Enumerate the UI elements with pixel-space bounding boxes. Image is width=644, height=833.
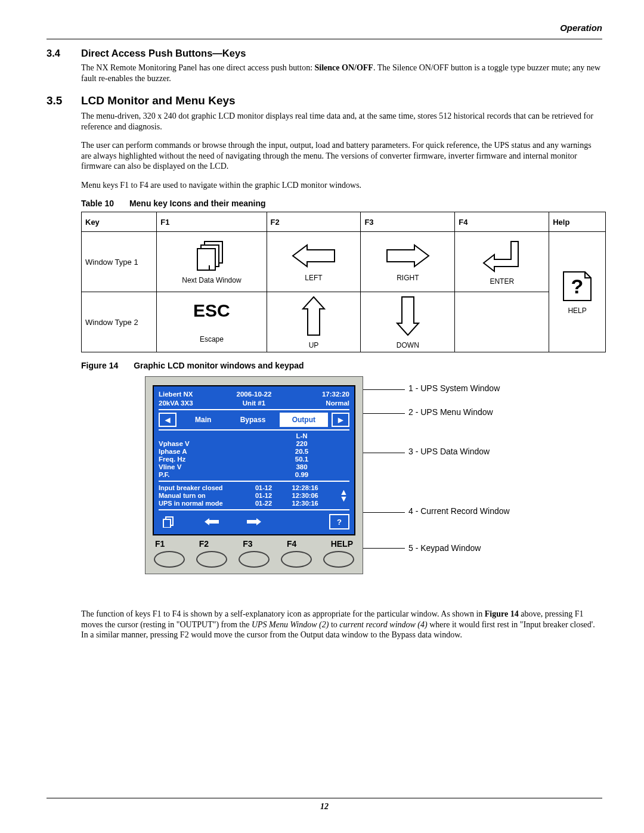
kp-arrow-right-icon[interactable] (244, 514, 264, 529)
data-key: P.F. (159, 471, 254, 478)
callout-2: 2 - UPS Menu Window (408, 407, 493, 417)
data-val: 220 (254, 440, 349, 447)
th-f2: F2 (267, 212, 361, 232)
kp-spacer (287, 514, 307, 529)
fn-key-labels: F1 F2 F3 F4 HELP (155, 539, 353, 549)
fn-f3: F3 (243, 539, 252, 549)
th-f4: F4 (455, 212, 549, 232)
cell-next-window: Next Data Window (157, 232, 267, 292)
callout-1: 1 - UPS System Window (408, 383, 500, 394)
data-val: 20.5 (254, 448, 349, 455)
text: The function of keys F1 to F4 is shown b… (81, 609, 485, 618)
section-3-4-title: Direct Access Push Buttons—Keys (81, 48, 246, 59)
ital-record-window: current record window (4) (339, 620, 427, 629)
fn-help: HELP (331, 539, 353, 549)
table-10-caption: Table 10 Menu key Icons and their meanin… (81, 199, 602, 208)
arrow-down-icon (394, 295, 422, 337)
table-header-row: Key F1 F2 F3 F4 Help (82, 212, 606, 232)
kp-arrow-left-icon[interactable] (202, 514, 222, 529)
ups-system-window: Liebert NX 2006-10-22 17:32:20 20kVA 3X3… (159, 390, 349, 407)
ups-data-window: L-N Vphase V220 Iphase A20.5 Freq. Hz50.… (159, 432, 349, 478)
lcd-screen: Liebert NX 2006-10-22 17:32:20 20kVA 3X3… (153, 385, 355, 535)
figure-callouts: 1 - UPS System Window 2 - UPS Menu Windo… (381, 376, 518, 603)
key-f3[interactable] (239, 551, 270, 568)
th-f1: F1 (157, 212, 267, 232)
cell-down: DOWN (361, 292, 455, 352)
tab-bypass[interactable]: Bypass (230, 414, 275, 426)
kp-next-window-icon[interactable] (159, 514, 179, 529)
rec-text: Manual turn on (159, 492, 255, 499)
model-text: 20kVA 3X3 (159, 399, 222, 407)
section-3-4-num: 3.4 (47, 48, 81, 59)
arrow-right-icon (385, 241, 431, 270)
label-enter: ENTER (459, 277, 545, 286)
cell-esc: ESC Escape (157, 292, 267, 352)
tab-output[interactable]: Output (280, 413, 328, 427)
keypad-window: ? (159, 514, 349, 529)
figure-14-num: Figure 14 (81, 361, 118, 370)
th-f3: F3 (361, 212, 455, 232)
section-3-5-p2: The user can perform commands or browse … (81, 140, 602, 172)
cell-empty (455, 292, 549, 352)
svg-text:?: ? (571, 275, 584, 298)
section-3-5-num: 3.5 (47, 94, 81, 107)
rec-date: 01-12 (255, 492, 292, 499)
key-f2[interactable] (196, 551, 227, 568)
tab-main[interactable]: Main (180, 414, 226, 426)
section-3-5-p3: Menu keys F1 to F4 are used to navigate … (81, 180, 602, 191)
row1-label: Window Type 1 (82, 232, 157, 292)
fn-f4: F4 (287, 539, 296, 549)
section-3-5-title: LCD Monitor and Menu Keys (81, 94, 236, 107)
menu-right-icon[interactable]: ▶ (332, 413, 349, 427)
cell-right: RIGHT (361, 232, 455, 292)
cell-enter: ENTER (455, 232, 549, 292)
date-text: 2006-10-22 (222, 390, 286, 398)
label-help: HELP (553, 306, 602, 315)
key-f4[interactable] (281, 551, 312, 568)
ital-menu-window: UPS Menu Window (2) (252, 620, 329, 629)
rule-top (47, 39, 602, 39)
menu-left-icon[interactable]: ◀ (159, 413, 177, 427)
arrow-up-icon (299, 295, 328, 337)
rec-time: 12:28:16 (292, 484, 338, 491)
svg-rect-2 (197, 249, 215, 270)
fn-f2: F2 (199, 539, 209, 549)
esc-icon: ESC (160, 301, 262, 321)
rec-date: 01-12 (255, 484, 292, 491)
data-val: 50.1 (254, 456, 349, 463)
label-down: DOWN (364, 341, 451, 349)
physical-keys (154, 551, 354, 568)
arrow-left-icon (290, 241, 337, 270)
table-10: Key F1 F2 F3 F4 Help Window Type 1 Next … (81, 212, 606, 352)
figure-14-title: Graphic LCD monitor windows and keypad (134, 361, 304, 370)
data-val: 380 (254, 463, 349, 470)
data-key: Iphase A (159, 448, 254, 455)
help-icon: ? (561, 270, 593, 303)
svg-marker-8 (397, 297, 419, 335)
brand-text: Liebert NX (159, 390, 222, 398)
page-footer: 12 (47, 794, 602, 812)
data-key: Vline V (159, 463, 254, 470)
key-f1[interactable] (154, 551, 185, 568)
data-val: 0.99 (254, 471, 349, 478)
svg-marker-7 (303, 297, 324, 335)
status-text: Normal (286, 399, 349, 407)
stacked-windows-icon (193, 239, 231, 272)
section-3-4-body: The NX Remote Monitoring Panel has one d… (81, 63, 602, 83)
enter-arrow-icon (481, 238, 523, 274)
section-3-5-p1: The menu-driven, 320 x 240 dot graphic L… (81, 111, 602, 132)
cell-help: ? HELP (549, 232, 606, 352)
figure-14-ref: Figure 14 (485, 609, 519, 618)
record-scroll-icon[interactable]: ▲▼ (338, 489, 349, 502)
text: to (329, 620, 339, 629)
rec-text: Input breaker closed (159, 484, 255, 491)
kp-help-icon[interactable]: ? (329, 514, 349, 529)
svg-marker-3 (293, 245, 335, 267)
svg-rect-10 (163, 519, 171, 528)
th-key: Key (82, 212, 157, 232)
key-help[interactable] (323, 551, 354, 568)
label-left: LEFT (271, 274, 357, 282)
fn-f1: F1 (155, 539, 165, 549)
label-next-window: Next Data Window (160, 276, 262, 284)
table-row: Window Type 2 ESC Escape UP DOWN (82, 292, 606, 352)
